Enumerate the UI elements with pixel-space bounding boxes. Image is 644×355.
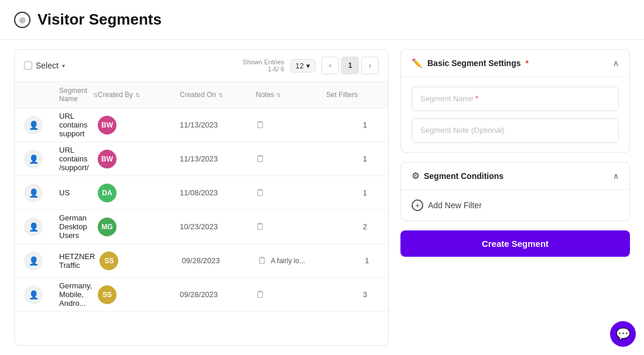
table-toolbar: Select ▾ Shown Entries 1-6/ 6 12 ▾ ‹ 1 bbox=[15, 50, 388, 82]
segment-icon: 👤 bbox=[24, 150, 43, 168]
create-segment-button[interactable]: Create Segment bbox=[400, 230, 630, 257]
select-label: Select bbox=[36, 61, 59, 70]
prev-page-button[interactable]: ‹ bbox=[321, 57, 339, 74]
table-row[interactable]: 👤 HETZNER Traffic SS 09/28/2023 🗒 A fair… bbox=[15, 244, 388, 278]
avatar: BW bbox=[98, 150, 117, 168]
chat-bubble-button[interactable]: 💬 bbox=[610, 321, 636, 347]
segment-icon: 👤 bbox=[24, 251, 43, 270]
created-by-cell: MG bbox=[98, 218, 180, 236]
set-filters-cell: 1 bbox=[326, 188, 379, 197]
table-body: 👤 URL contains support BW 11/13/2023 🗒 1 bbox=[15, 108, 388, 345]
table-row[interactable]: 👤 US DA 11/08/2023 🗒 1 bbox=[15, 176, 388, 210]
table-row[interactable]: 👤 German Desktop Users MG 10/23/2023 🗒 2 bbox=[15, 210, 388, 244]
right-panel: ✏️ Basic Segment Settings * ∧ Segment Na… bbox=[400, 49, 630, 346]
created-by-cell: BW bbox=[98, 150, 180, 168]
set-filters-cell: 1 bbox=[328, 256, 381, 265]
select-button[interactable]: Select ▾ bbox=[24, 61, 65, 70]
created-on-cell: 10/23/2023 bbox=[180, 222, 256, 231]
select-checkbox[interactable] bbox=[24, 61, 32, 70]
table-row[interactable]: 👤 Germany, Mobile, Andro... SS 09/28/202… bbox=[15, 278, 388, 312]
table-row[interactable]: 👤 URL contains support BW 11/13/2023 🗒 1 bbox=[15, 108, 388, 142]
set-filters-cell: 1 bbox=[326, 120, 379, 129]
avatar: MG bbox=[98, 218, 117, 236]
pencil-icon: ✏️ bbox=[412, 58, 423, 68]
note-icon: 🗒 bbox=[256, 222, 265, 232]
notes-cell: 🗒 bbox=[256, 154, 326, 164]
set-filters-cell: 2 bbox=[326, 222, 379, 231]
col-header-notes[interactable]: Notes ⇅ bbox=[256, 87, 326, 103]
chevron-down-icon: ▾ bbox=[62, 63, 65, 69]
shown-entries-label: Shown Entries bbox=[243, 58, 285, 66]
pagination: ‹ 1 › bbox=[321, 57, 379, 74]
basic-settings-header: ✏️ Basic Segment Settings * ∧ bbox=[401, 50, 629, 77]
segments-table-panel: Select ▾ Shown Entries 1-6/ 6 12 ▾ ‹ 1 bbox=[14, 49, 389, 346]
created-by-cell: BW bbox=[98, 116, 180, 135]
segment-icon: 👤 bbox=[24, 285, 43, 304]
segment-name: URL contains support bbox=[59, 112, 98, 138]
collapse-basic-settings-button[interactable]: ∧ bbox=[613, 58, 619, 68]
avatar: BW bbox=[98, 116, 117, 135]
segment-name-required: * bbox=[475, 94, 478, 103]
entries-controls: Shown Entries 1-6/ 6 12 ▾ ‹ 1 › bbox=[243, 57, 379, 74]
segment-note-field[interactable]: Segment Note (Optional) bbox=[412, 118, 619, 143]
segment-name: URL contains /support/ bbox=[59, 146, 98, 172]
sort-icon-notes: ⇅ bbox=[276, 92, 281, 98]
current-page[interactable]: 1 bbox=[341, 57, 359, 74]
created-by-cell: DA bbox=[98, 184, 180, 202]
conditions-header: ⚙ Segment Conditions ∧ bbox=[401, 163, 629, 190]
row-segment-icon-cell: 👤 bbox=[24, 184, 59, 202]
notes-cell: 🗒 A fairly lo... bbox=[258, 256, 328, 266]
row-segment-icon-cell: 👤 bbox=[24, 116, 59, 135]
avatar: SS bbox=[98, 285, 117, 304]
row-segment-icon-cell: 👤 bbox=[24, 285, 59, 304]
created-by-cell: SS bbox=[98, 285, 180, 304]
segment-name: HETZNER Traffic bbox=[59, 252, 100, 270]
note-text: A fairly lo... bbox=[270, 257, 305, 265]
notes-cell: 🗒 bbox=[256, 120, 326, 130]
notes-cell: 🗒 bbox=[256, 289, 326, 300]
table-row[interactable]: 👤 URL contains /support/ BW 11/13/2023 🗒… bbox=[15, 142, 388, 176]
notes-cell: 🗒 bbox=[256, 188, 326, 198]
row-segment-icon-cell: 👤 bbox=[24, 150, 59, 168]
next-page-button[interactable]: › bbox=[361, 57, 379, 74]
main-content: Select ▾ Shown Entries 1-6/ 6 12 ▾ ‹ 1 bbox=[0, 40, 644, 355]
sliders-icon: ⚙ bbox=[412, 171, 419, 181]
avatar: DA bbox=[98, 184, 117, 202]
set-filters-cell: 1 bbox=[326, 154, 379, 163]
col-header-set-filters: Set Filters bbox=[326, 87, 379, 103]
back-button[interactable]: ◎ bbox=[14, 12, 30, 28]
basic-settings-body: Segment Name * Segment Note (Optional) bbox=[401, 77, 629, 152]
col-header-icon bbox=[24, 87, 59, 103]
created-on-cell: 09/28/2023 bbox=[181, 256, 258, 265]
conditions-section: ⚙ Segment Conditions ∧ + Add New Filter bbox=[400, 162, 630, 221]
created-on-cell: 09/28/2023 bbox=[180, 290, 256, 299]
entries-range: 1-6/ 6 bbox=[243, 66, 285, 73]
per-page-select[interactable]: 12 ▾ bbox=[290, 59, 316, 73]
note-icon: 🗒 bbox=[256, 120, 265, 130]
page-header: ◎ Visitor Segments bbox=[0, 0, 644, 40]
segment-name-field[interactable]: Segment Name * bbox=[412, 87, 619, 111]
note-icon: 🗒 bbox=[256, 154, 265, 164]
sort-icon-created-on: ⇅ bbox=[218, 92, 223, 98]
row-segment-icon-cell: 👤 bbox=[24, 218, 59, 236]
segment-name: US bbox=[59, 188, 98, 197]
conditions-title: ⚙ Segment Conditions bbox=[412, 171, 503, 181]
col-header-name[interactable]: Segment Name ⇅ bbox=[59, 87, 98, 103]
add-filter-icon: + bbox=[412, 199, 423, 211]
segment-icon: 👤 bbox=[24, 116, 43, 135]
per-page-chevron: ▾ bbox=[306, 61, 310, 70]
note-icon: 🗒 bbox=[256, 289, 265, 300]
created-on-cell: 11/08/2023 bbox=[180, 188, 256, 197]
col-header-created-by[interactable]: Created By ⇅ bbox=[98, 87, 180, 103]
basic-settings-title: ✏️ Basic Segment Settings * bbox=[412, 58, 529, 68]
created-on-cell: 11/13/2023 bbox=[180, 154, 256, 163]
created-by-cell: SS bbox=[100, 251, 181, 270]
note-icon: 🗒 bbox=[256, 188, 265, 198]
note-icon: 🗒 bbox=[258, 256, 267, 266]
add-filter-button[interactable]: + Add New Filter bbox=[401, 190, 629, 220]
row-segment-icon-cell: 👤 bbox=[24, 251, 59, 270]
col-header-created-on[interactable]: Created On ⇅ bbox=[180, 87, 256, 103]
basic-settings-section: ✏️ Basic Segment Settings * ∧ Segment Na… bbox=[400, 49, 630, 153]
table-header: Segment Name ⇅ Created By ⇅ Created On ⇅… bbox=[15, 82, 388, 108]
collapse-conditions-button[interactable]: ∧ bbox=[613, 171, 619, 181]
